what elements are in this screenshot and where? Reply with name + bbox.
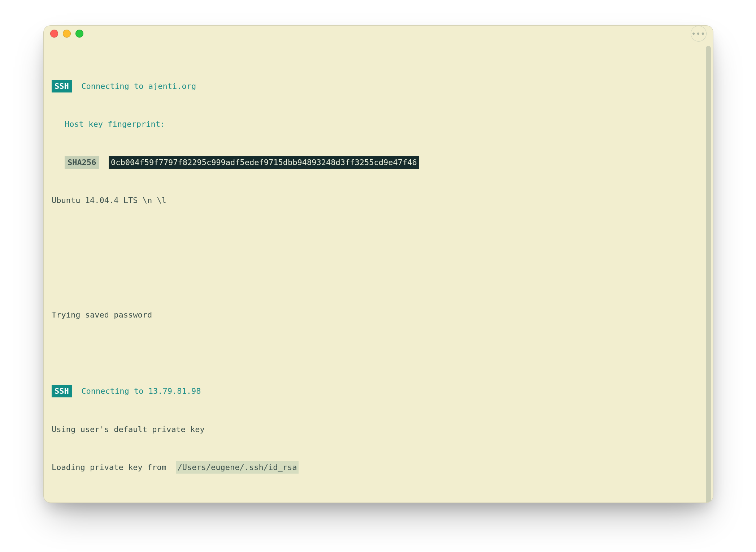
ssh-connecting-line-1: Connecting to ajenti.org — [81, 82, 196, 91]
scrollbar-thumb[interactable] — [706, 46, 711, 503]
zoom-window-button[interactable] — [75, 30, 83, 38]
ssh-badge: SSH — [52, 80, 72, 92]
sha256-badge-1: SHA256 — [65, 156, 99, 169]
more-menu-button[interactable]: ••• — [691, 26, 707, 42]
titlebar: ••• — [44, 26, 713, 42]
terminal-output[interactable]: SSH Connecting to ajenti.org Host key fi… — [44, 42, 713, 503]
os-banner: Ubuntu 14.04.4 LTS \n \l — [52, 196, 166, 205]
minimize-window-button[interactable] — [63, 30, 71, 38]
terminal-area[interactable]: SSH Connecting to ajenti.org Host key fi… — [44, 42, 713, 503]
app-window: ••• SSH Connecting to ajenti.org Host ke… — [43, 25, 713, 503]
scrollbar[interactable] — [706, 46, 711, 503]
ellipsis-icon: ••• — [692, 30, 706, 38]
close-window-button[interactable] — [50, 30, 58, 38]
ssh-badge: SSH — [52, 385, 72, 397]
loading-key-prefix: Loading private key from — [52, 463, 171, 472]
private-key-path: /Users/eugene/.ssh/id_rsa — [176, 461, 298, 474]
ssh-connecting-line-2: Connecting to 13.79.81.98 — [81, 387, 201, 396]
host-key-fp-label-1: Host key fingerprint: — [65, 120, 165, 129]
using-default-key-line: Using user's default private key — [52, 425, 205, 434]
traffic-lights — [50, 30, 83, 38]
host-key-fp-label-2: Host key fingerprint: — [65, 501, 165, 503]
trying-password-line: Trying saved password — [52, 310, 152, 319]
fingerprint-value-1: 0cb004f59f7797f82295c999adf5edef9715dbb9… — [109, 156, 419, 169]
